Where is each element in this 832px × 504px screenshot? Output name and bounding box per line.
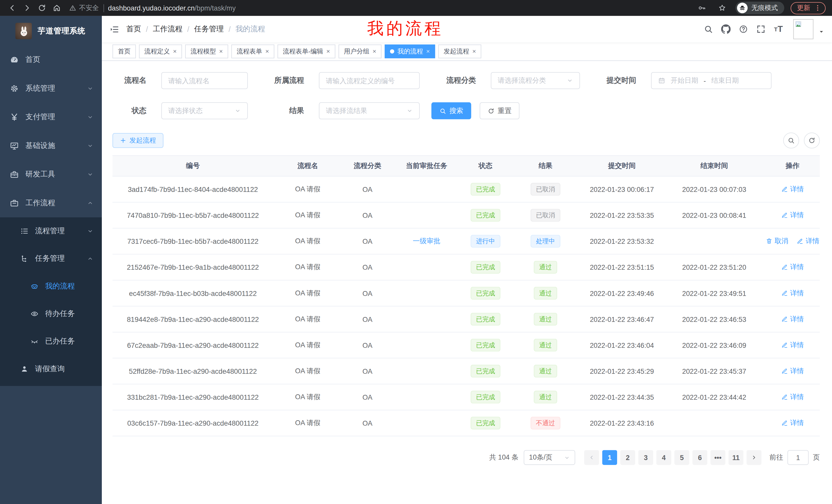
detail-action[interactable]: 详情 <box>781 418 804 428</box>
close-icon[interactable]: × <box>472 48 476 55</box>
close-icon[interactable]: × <box>173 48 177 55</box>
date-range-picker[interactable]: 开始日期 - 结束日期 <box>651 72 771 89</box>
end-date-placeholder[interactable]: 结束日期 <box>711 76 739 85</box>
page-number-button[interactable]: 5 <box>674 450 689 465</box>
page-number-button[interactable]: 2 <box>620 450 635 465</box>
browser-reload-button[interactable] <box>35 1 49 15</box>
edit-pencil-icon <box>797 237 803 245</box>
github-icon[interactable] <box>719 22 733 36</box>
prev-page-button[interactable] <box>584 450 599 465</box>
sidebar-subitem[interactable]: 我的流程 <box>0 273 102 300</box>
sidebar-item[interactable]: 首页 <box>0 46 102 74</box>
cell-actions: 取消 详情 <box>765 366 820 376</box>
breadcrumb-task-management[interactable]: 任务管理 <box>194 24 224 34</box>
fullscreen-icon[interactable] <box>754 22 768 36</box>
sidebar-item-leave-query[interactable]: 请假查询 <box>0 355 102 383</box>
font-size-icon[interactable]: TT <box>772 22 785 36</box>
page-number-button[interactable]: 4 <box>656 450 671 465</box>
address-bar[interactable]: 不安全 dashboard.yudao.iocoder.cn/bpm/task/… <box>69 3 694 12</box>
current-task-link[interactable]: 一级审批 <box>413 236 440 246</box>
close-icon[interactable]: × <box>426 48 430 55</box>
breadcrumb-workflow[interactable]: 工作流程 <box>153 24 183 34</box>
next-page-button[interactable] <box>747 450 761 465</box>
reset-button[interactable]: 重置 <box>480 102 520 119</box>
sidebar-item[interactable]: 系统管理 <box>0 74 102 103</box>
table-header: 编号 流程名 流程分类 当前审批任务 状态 结果 提交时间 结束时间 操作 <box>113 156 820 177</box>
start-date-placeholder[interactable]: 开始日期 <box>671 76 698 85</box>
detail-action[interactable]: 详情 <box>781 262 804 272</box>
goto-page-input[interactable] <box>787 450 809 465</box>
sidebar-item[interactable]: 基础设施 <box>0 132 102 160</box>
refresh-button[interactable] <box>804 133 820 148</box>
detail-action[interactable]: 详情 <box>781 314 804 324</box>
breadcrumb-home[interactable]: 首页 <box>126 24 141 34</box>
owner-process-label: 所属流程 <box>259 76 304 85</box>
cell-end-time: 2022-01-22 23:51:20 <box>663 263 765 271</box>
close-icon[interactable]: × <box>372 48 376 55</box>
cell-end-time: 2022-01-22 23:46:53 <box>663 315 765 323</box>
tab[interactable]: 流程定义 × <box>139 45 182 58</box>
show-search-button[interactable] <box>783 133 799 148</box>
sidebar-subitem-icon <box>30 282 39 290</box>
close-icon[interactable]: × <box>265 48 269 55</box>
detail-action[interactable]: 详情 <box>781 211 804 220</box>
tab[interactable]: 首页 × <box>113 45 136 58</box>
question-icon[interactable] <box>737 22 751 36</box>
category-select[interactable]: 请选择流程分类 <box>491 72 580 89</box>
detail-action[interactable]: 详情 <box>781 340 804 349</box>
owner-process-input[interactable] <box>319 72 420 89</box>
close-icon[interactable]: × <box>219 48 223 55</box>
sidebar-item[interactable]: 研发工具 <box>0 160 102 189</box>
cell-actions: 取消 详情 <box>765 262 820 272</box>
tab[interactable]: 流程模型 × <box>185 45 228 58</box>
hamburger-icon[interactable] <box>102 24 126 34</box>
page-number-button[interactable]: 1 <box>602 450 617 465</box>
security-indicator[interactable]: 不安全 <box>69 3 99 12</box>
tab[interactable]: 发起流程 × <box>438 45 481 58</box>
chevron-down-icon[interactable] <box>817 23 827 35</box>
page-number-button[interactable]: 3 <box>639 450 653 465</box>
detail-action[interactable]: 详情 <box>781 185 804 194</box>
sidebar-item-process-management[interactable]: 流程管理 <box>0 217 102 245</box>
page-number-button[interactable]: 11 <box>729 450 744 465</box>
browser-back-button[interactable] <box>5 1 19 15</box>
status-select[interactable]: 请选择状态 <box>161 102 248 119</box>
tab[interactable]: 我的流程 × <box>385 45 435 58</box>
sidebar-subitem[interactable]: 已办任务 <box>0 328 102 355</box>
kebab-menu-icon[interactable] <box>814 4 822 12</box>
close-icon[interactable]: × <box>326 48 330 55</box>
sidebar-item-label: 任务管理 <box>35 254 65 263</box>
result-select[interactable]: 请选择流结果 <box>319 102 420 119</box>
bookmark-star-icon[interactable] <box>715 1 729 15</box>
search-icon[interactable] <box>701 22 715 36</box>
search-icon <box>439 107 446 114</box>
app-logo-row[interactable]: 芋道管理系统 <box>0 16 102 46</box>
sidebar-item[interactable]: 支付管理 <box>0 103 102 131</box>
browser-forward-button[interactable] <box>20 1 34 15</box>
page-number-button[interactable]: ••• <box>710 450 725 465</box>
detail-action[interactable]: 详情 <box>797 236 820 246</box>
start-process-button[interactable]: 发起流程 <box>113 133 163 148</box>
cancel-action[interactable]: 取消 <box>765 236 788 246</box>
process-name-input[interactable] <box>161 72 248 89</box>
tab[interactable]: 流程表单-编辑 × <box>278 45 335 58</box>
detail-action[interactable]: 详情 <box>781 288 804 298</box>
sidebar-item-icon <box>9 141 19 150</box>
browser-home-button[interactable] <box>50 1 64 15</box>
sidebar-item-task-management[interactable]: 任务管理 <box>0 245 102 272</box>
sidebar-subitem[interactable]: 待办任务 <box>0 300 102 328</box>
tab[interactable]: 用户分组 × <box>339 45 382 58</box>
page-size-select[interactable]: 10条/页 <box>524 450 575 465</box>
browser-right-controls: 无痕模式 更新 <box>695 1 827 15</box>
sidebar-item[interactable]: 工作流程 <box>0 189 102 217</box>
search-button[interactable]: 搜索 <box>432 102 471 119</box>
detail-action[interactable]: 详情 <box>781 392 804 402</box>
key-icon[interactable] <box>695 1 709 15</box>
browser-update-button[interactable]: 更新 <box>790 2 826 14</box>
status-badge: 已完成 <box>471 339 501 352</box>
sidebar-subitem-label: 我的流程 <box>45 282 75 291</box>
tab[interactable]: 流程表单 × <box>231 45 274 58</box>
avatar[interactable] <box>793 19 813 39</box>
detail-action[interactable]: 详情 <box>781 366 804 376</box>
page-number-button[interactable]: 6 <box>693 450 707 465</box>
